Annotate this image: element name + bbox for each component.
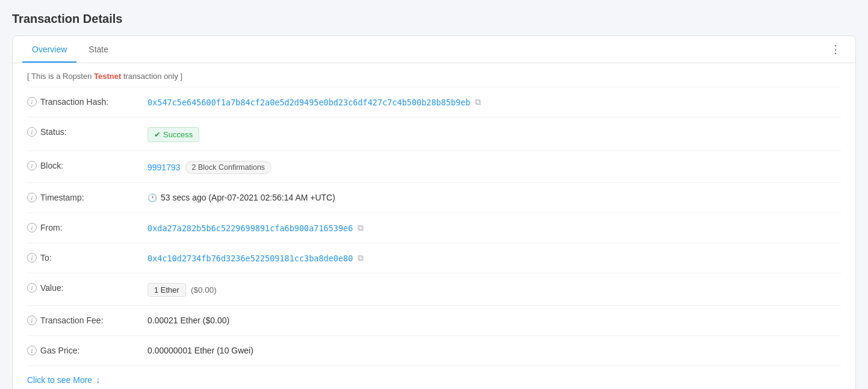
status-help-icon[interactable]: i [27, 127, 37, 137]
tabs-bar: Overview State ⋮ [13, 36, 855, 63]
more-vert-icon: ⋮ [830, 43, 841, 56]
timestamp-value: 🕐 53 secs ago (Apr-07-2021 02:56:14 AM +… [147, 191, 841, 202]
gas-help-icon[interactable]: i [27, 346, 37, 355]
testnet-notice: [ This is a Ropsten Testnet transaction … [27, 63, 841, 87]
tab-state[interactable]: State [79, 36, 118, 63]
timestamp-help-icon[interactable]: i [27, 193, 37, 202]
arrow-down-icon: ↓ [96, 375, 101, 385]
block-help-icon[interactable]: i [27, 161, 37, 170]
transaction-details-card: Overview State ⋮ [ This is a Ropsten Tes… [12, 36, 856, 389]
tx-hash-help-icon[interactable]: i [27, 97, 37, 107]
from-value: 0xda27a282b5b6c5229699891cfa6b900a716539… [147, 222, 841, 233]
block-number-link[interactable]: 9991793 [147, 163, 181, 172]
block-label: i Block: [27, 160, 147, 170]
from-address-link[interactable]: 0xda27a282b5b6c5229699891cfa6b900a716539… [147, 223, 353, 233]
from-copy-button[interactable]: ⧉ [358, 223, 364, 233]
to-row: i To: 0x4c10d2734fb76d3236e522509181cc3b… [27, 243, 841, 273]
clock-icon: 🕐 [147, 193, 157, 202]
confirmations-badge: 2 Block Confirmations [185, 161, 272, 174]
status-value: ✔ Success [147, 126, 841, 142]
block-value: 9991793 2 Block Confirmations [147, 160, 841, 174]
ether-value-badge: 1 Ether [147, 283, 186, 297]
gas-label: i Gas Price: [27, 344, 147, 355]
from-row: i From: 0xda27a282b5b6c5229699891cfa6b90… [27, 213, 841, 243]
gas-row: i Gas Price: 0.00000001 Ether (10 Gwei) [27, 336, 841, 366]
to-value: 0x4c10d2734fb76d3236e522509181cc3ba8de0e… [147, 252, 841, 263]
card-body: [ This is a Ropsten Testnet transaction … [13, 63, 855, 389]
to-copy-button[interactable]: ⧉ [358, 253, 364, 263]
more-options-button[interactable]: ⋮ [825, 38, 846, 61]
fee-value: 0.00021 Ether ($0.00) [147, 314, 841, 325]
from-help-icon[interactable]: i [27, 223, 37, 232]
tx-hash-copy-button[interactable]: ⧉ [475, 97, 481, 107]
status-row: i Status: ✔ Success [27, 117, 841, 151]
usd-value: ($0.00) [191, 285, 217, 294]
timestamp-row: i Timestamp: 🕐 53 secs ago (Apr-07-2021 … [27, 183, 841, 213]
from-label: i From: [27, 222, 147, 232]
to-address-link[interactable]: 0x4c10d2734fb76d3236e522509181cc3ba8de0e… [147, 254, 353, 263]
to-help-icon[interactable]: i [27, 253, 37, 263]
gas-value: 0.00000001 Ether (10 Gwei) [147, 344, 841, 355]
value-row: i Value: 1 Ether ($0.00) [27, 273, 841, 306]
page-title: Transaction Details [12, 12, 856, 26]
fee-row: i Transaction Fee: 0.00021 Ether ($0.00) [27, 306, 841, 336]
value-content: 1 Ether ($0.00) [147, 282, 841, 297]
to-label: i To: [27, 252, 147, 263]
value-label: i Value: [27, 282, 147, 293]
status-label: i Status: [27, 126, 147, 137]
fee-help-icon[interactable]: i [27, 316, 37, 325]
timestamp-label: i Timestamp: [27, 191, 147, 202]
tx-hash-value: 0x547c5e645600f1a7b84cf2a0e5d2d9495e0bd2… [147, 96, 841, 107]
block-row: i Block: 9991793 2 Block Confirmations [27, 151, 841, 183]
tx-hash-link[interactable]: 0x547c5e645600f1a7b84cf2a0e5d2d9495e0bd2… [147, 98, 470, 107]
check-icon: ✔ [154, 130, 161, 139]
click-to-see-more-link[interactable]: Click to see More ↓ [27, 366, 841, 389]
tx-hash-row: i Transaction Hash: 0x547c5e645600f1a7b8… [27, 87, 841, 117]
value-help-icon[interactable]: i [27, 283, 37, 293]
tx-hash-label: i Transaction Hash: [27, 96, 147, 107]
status-badge: ✔ Success [147, 127, 199, 142]
fee-label: i Transaction Fee: [27, 314, 147, 325]
tab-overview[interactable]: Overview [22, 36, 76, 63]
